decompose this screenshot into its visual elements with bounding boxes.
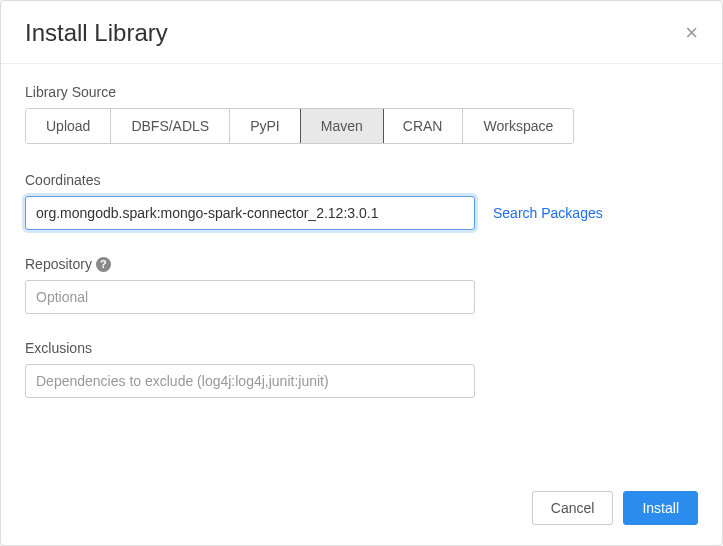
close-icon: × — [685, 20, 698, 45]
modal-header: Install Library × — [1, 1, 722, 64]
exclusions-label: Exclusions — [25, 340, 698, 356]
tab-maven[interactable]: Maven — [300, 108, 384, 144]
install-button[interactable]: Install — [623, 491, 698, 525]
coordinates-row: Search Packages — [25, 196, 698, 230]
library-source-tabs: Upload DBFS/ADLS PyPI Maven CRAN Workspa… — [25, 108, 574, 144]
tab-dbfs-adls[interactable]: DBFS/ADLS — [111, 109, 230, 143]
tab-workspace[interactable]: Workspace — [463, 109, 573, 143]
coordinates-label: Coordinates — [25, 172, 698, 188]
help-icon[interactable]: ? — [96, 257, 111, 272]
modal-body: Library Source Upload DBFS/ADLS PyPI Mav… — [1, 64, 722, 475]
modal-title: Install Library — [25, 19, 168, 47]
cancel-button[interactable]: Cancel — [532, 491, 614, 525]
coordinates-input[interactable] — [25, 196, 475, 230]
coordinates-section: Coordinates Search Packages — [25, 172, 698, 230]
search-packages-link[interactable]: Search Packages — [493, 205, 603, 221]
exclusions-section: Exclusions — [25, 340, 698, 398]
tab-upload[interactable]: Upload — [26, 109, 111, 143]
repository-label: Repository ? — [25, 256, 698, 272]
tab-cran[interactable]: CRAN — [383, 109, 464, 143]
repository-section: Repository ? — [25, 256, 698, 314]
tab-pypi[interactable]: PyPI — [230, 109, 301, 143]
close-button[interactable]: × — [685, 22, 698, 44]
repository-input[interactable] — [25, 280, 475, 314]
library-source-label: Library Source — [25, 84, 698, 100]
modal-footer: Cancel Install — [1, 475, 722, 545]
library-source-section: Library Source Upload DBFS/ADLS PyPI Mav… — [25, 84, 698, 144]
install-library-modal: Install Library × Library Source Upload … — [0, 0, 723, 546]
exclusions-input[interactable] — [25, 364, 475, 398]
repository-label-text: Repository — [25, 256, 92, 272]
